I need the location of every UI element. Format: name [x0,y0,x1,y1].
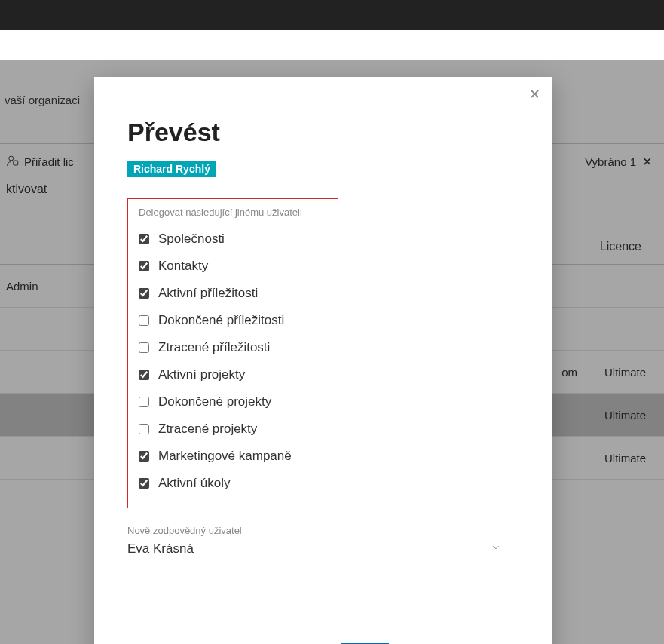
delegate-checkbox[interactable] [139,397,149,407]
delegate-item-label: Aktivní příležitosti [158,286,258,301]
new-user-select[interactable]: Eva Krásná [127,538,504,560]
delegate-item: Aktivní příležitosti [139,280,327,307]
delegate-item-label: Dokončené příležitosti [158,313,284,328]
delegate-item-label: Dokončené projekty [158,394,271,409]
delegate-item: Marketingové kampaně [139,443,327,470]
delegate-item-label: Ztracené příležitosti [158,340,270,355]
delegate-item-label: Kontakty [158,259,208,274]
delegate-item: Dokončené příležitosti [139,307,327,334]
delegate-checkbox[interactable] [139,315,149,326]
delegate-checkbox[interactable] [139,342,149,353]
chevron-down-icon [491,542,501,556]
new-user-value: Eva Krásná [127,541,194,557]
delegate-checkbox[interactable] [139,451,149,462]
delegate-item: Společnosti [139,225,327,253]
delegate-checkbox[interactable] [139,370,149,380]
close-icon[interactable]: ✕ [529,86,540,103]
delegate-checkbox[interactable] [139,261,149,271]
delegate-item: Ztracené příležitosti [139,334,327,361]
app-topbar [0,0,664,30]
delegate-item: Ztracené projekty [139,416,327,443]
delegate-item: Aktivní úkoly [139,470,327,497]
delegate-item-label: Aktivní úkoly [158,476,230,491]
transfer-modal: ✕ Převést Richard Rychlý Delegovat násle… [94,77,552,644]
delegate-checkbox[interactable] [139,288,149,299]
delegate-item-label: Ztracené projekty [158,422,257,437]
delegate-item: Aktivní projekty [139,361,327,388]
delegate-item: Kontakty [139,253,327,280]
modal-title: Převést [127,118,519,147]
delegate-section-label: Delegovat následující jinému uživateli [139,207,327,218]
new-user-label: Nově zodpovědný uživatel [127,525,504,536]
new-user-field: Nově zodpovědný uživatel Eva Krásná [127,525,504,560]
user-badge: Richard Rychlý [127,161,216,177]
modal-overlay: ✕ Převést Richard Rychlý Delegovat násle… [0,60,664,644]
background-page: vaší organizaci Přiřadit lic Vybráno 1 ✕… [0,30,664,644]
delegate-section: Delegovat následující jinému uživateli S… [127,198,338,508]
delegate-checkbox[interactable] [139,234,149,244]
delegate-checkbox[interactable] [139,424,149,434]
delegate-item-label: Aktivní projekty [158,367,245,382]
delegate-item-label: Marketingové kampaně [158,449,292,464]
delegate-checkbox[interactable] [139,478,149,489]
delegate-item-label: Společnosti [158,232,225,247]
delegate-item: Dokončené projekty [139,388,327,416]
